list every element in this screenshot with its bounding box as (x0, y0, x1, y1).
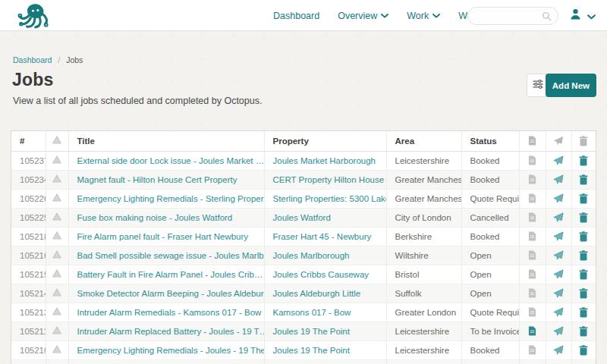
trash-icon[interactable] (579, 231, 588, 242)
status-cell: Booked (461, 151, 519, 170)
trash-icon[interactable] (579, 269, 588, 280)
job-id: 105216 (11, 246, 46, 265)
document-icon[interactable] (528, 212, 536, 222)
document-icon[interactable] (528, 155, 536, 165)
area-cell: Bristol (386, 265, 461, 284)
property-link[interactable]: Joules 19 The Point (273, 327, 350, 336)
trash-icon[interactable] (579, 193, 588, 204)
job-title-link[interactable]: Bad Smell possible sewage issue - Joules… (77, 251, 265, 260)
document-icon[interactable] (528, 231, 536, 241)
send-icon[interactable] (553, 269, 564, 279)
breadcrumb-jobs: Jobs (66, 55, 83, 64)
document-icon[interactable] (528, 326, 536, 336)
trash-icon[interactable] (579, 307, 588, 318)
job-id: 105210 (11, 340, 46, 359)
document-icon[interactable] (528, 288, 536, 298)
add-new-button[interactable]: Add New (546, 74, 596, 97)
trash-cell (571, 246, 596, 265)
nav-item-dashboard[interactable]: Dashboard (273, 11, 319, 21)
trash-icon[interactable] (579, 345, 588, 356)
table-row: 105226 Emergency Lighting Remedials - St… (11, 189, 596, 208)
search-input[interactable] (477, 11, 542, 20)
document-icon[interactable] (528, 250, 536, 260)
alert-cell (46, 284, 68, 303)
send-icon[interactable] (553, 193, 564, 203)
send-icon[interactable] (553, 231, 564, 241)
document-icon[interactable] (528, 174, 536, 184)
document-icon[interactable] (528, 193, 536, 203)
job-title-link[interactable]: Intruder Alarm Replaced Battery - Joules… (77, 327, 265, 336)
send-icon[interactable] (553, 307, 564, 317)
chevron-down-icon (381, 14, 388, 18)
job-title-link[interactable]: Intruder Alarm Remedials - Kamsons 017 -… (77, 308, 262, 317)
trash-cell (571, 303, 596, 322)
document-cell (519, 227, 546, 246)
table-row: 105215 Battery Fault in Fire Alarm Panel… (11, 265, 596, 284)
job-title-link[interactable]: Fire Alarm panel fault - Fraser Hart New… (77, 232, 249, 241)
nav-item-overview[interactable]: Overview (338, 11, 388, 21)
trash-cell (571, 359, 596, 364)
document-icon[interactable] (528, 269, 536, 279)
property-link[interactable]: Kamsons 017 - Bow (273, 308, 351, 317)
status-cell: Open (461, 246, 519, 265)
octopus-logo[interactable] (17, 2, 50, 30)
trash-cell (571, 340, 596, 359)
job-title-link[interactable]: Fuse box making noise - Joules Watford (77, 213, 233, 222)
property-link[interactable]: CERT Property Hilton House (273, 175, 385, 184)
send-icon[interactable] (553, 155, 564, 165)
alert-triangle-icon (52, 307, 61, 317)
trash-icon[interactable] (579, 212, 588, 223)
alert-cell (46, 246, 68, 265)
property-link[interactable]: Joules Market Harborough (273, 156, 376, 165)
property-link[interactable]: Joules Marlborough (273, 251, 350, 260)
send-icon[interactable] (553, 288, 564, 298)
trash-icon[interactable] (579, 155, 588, 166)
send-icon[interactable] (553, 212, 564, 222)
nav-item-work[interactable]: Work (407, 11, 440, 21)
job-title-link[interactable]: Smoke Detector Alarm Beeping - Joules Al… (77, 289, 265, 298)
document-icon[interactable] (528, 307, 536, 317)
document-cell (519, 208, 546, 227)
trash-icon[interactable] (579, 288, 588, 299)
job-title-cell: Intruder Alarm Remedials - Kamsons 017 -… (68, 303, 264, 322)
property-link[interactable]: Joules 19 The Point (273, 346, 350, 355)
property-link[interactable]: Fraser Hart 45 - Newbury (273, 232, 372, 241)
property-link[interactable]: Joules Cribbs Causeway (273, 270, 370, 279)
nav-label: Work (407, 11, 429, 21)
header-status: Status (461, 131, 519, 151)
job-title-link[interactable]: Battery Fault in Fire Alarm Panel - Joul… (77, 270, 263, 279)
alert-triangle-icon (52, 212, 61, 222)
breadcrumb: Dashboard / Jobs (13, 55, 83, 64)
property-cell: Fraser Hart 45 - Newbury (264, 227, 386, 246)
alert-triangle-icon (52, 345, 61, 355)
property-link[interactable]: Sterling Properties: 5300 Lakes… (273, 194, 387, 203)
job-title-link[interactable]: Emergency Lighting Remedials - Sterling … (77, 194, 265, 203)
property-link[interactable]: Joules Watford (273, 213, 331, 222)
page-subtitle: View a list of all jobs scheduled and co… (13, 96, 262, 106)
document-cell (519, 189, 546, 208)
send-icon[interactable] (553, 174, 564, 184)
send-icon[interactable] (553, 326, 564, 336)
job-title-link[interactable]: External side door Lock issue - Joules M… (77, 156, 265, 165)
trash-icon[interactable] (579, 326, 588, 337)
search-icon (542, 11, 552, 21)
job-id: 105226 (11, 189, 46, 208)
trash-cell (571, 265, 596, 284)
trash-icon[interactable] (579, 174, 588, 185)
send-cell (546, 303, 571, 322)
trash-icon[interactable] (579, 250, 588, 261)
send-icon[interactable] (553, 250, 564, 260)
user-menu[interactable] (569, 8, 596, 24)
area-cell: Berkshire (386, 227, 461, 246)
job-title-link[interactable]: Emergency Lighting Remedials - Joules - … (77, 346, 265, 355)
property-link[interactable]: Joules Aldeburgh Little (273, 289, 361, 298)
job-id: 105213 (11, 303, 46, 322)
document-cell (519, 151, 546, 170)
document-cell (519, 246, 546, 265)
job-title-link[interactable]: Magnet fault - Hilton House Cert Propert… (77, 175, 237, 184)
header-area: Area (386, 131, 461, 151)
breadcrumb-dashboard[interactable]: Dashboard (13, 55, 52, 64)
send-icon[interactable] (553, 345, 564, 355)
status-cell: Quote Required (461, 189, 519, 208)
document-icon[interactable] (528, 345, 536, 355)
